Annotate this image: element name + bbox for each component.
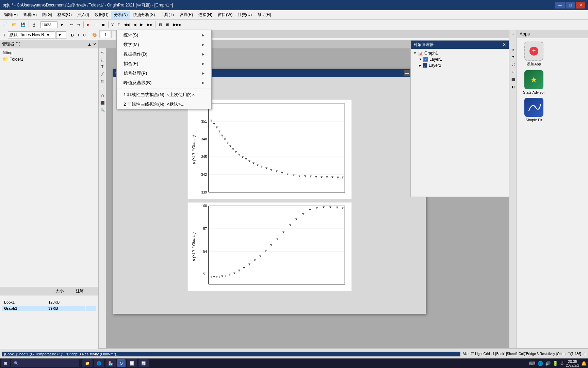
menu-data[interactable]: 数据(D) — [92, 11, 111, 19]
table-row-graph1[interactable]: Graph1 39KB — [2, 306, 96, 311]
upper-chart: ρ (×10⁻⁵ Ohm·m) 354 351 348 345 342 — [188, 100, 351, 199]
nav-next2[interactable]: ▶▶ — [145, 21, 154, 29]
minimize-button[interactable]: — — [555, 2, 565, 9]
taskbar-excel[interactable]: 📊 — [127, 359, 137, 367]
rt-btn-4[interactable]: ▼ — [510, 53, 517, 60]
zoom-input[interactable] — [40, 21, 58, 28]
circle-tool[interactable]: ○ — [99, 85, 106, 92]
stop-button[interactable]: ⏹ — [100, 21, 107, 29]
color-button[interactable]: 🎨 — [91, 31, 99, 39]
menu-stats-item[interactable]: 统计(S) — [117, 30, 211, 40]
menu-format[interactable]: 格式(O) — [55, 11, 74, 19]
layer1-checkbox[interactable]: ✓ — [423, 57, 428, 62]
menu-data-ops-item[interactable]: 数据操作(D) — [117, 49, 211, 59]
select-tool[interactable]: ⬚ — [99, 56, 106, 63]
nav-prev[interactable]: ◀◀ — [122, 21, 131, 29]
recent1-item[interactable]: 1 非线性曲线拟合(N): <上次使用的>... — [117, 90, 211, 99]
menu-view[interactable]: 查看(V) — [20, 11, 39, 19]
rt-btn-2[interactable]: − — [510, 39, 517, 45]
ltick-54: 54 — [203, 250, 207, 254]
run-button[interactable]: ▶ — [85, 21, 91, 29]
font-size-display[interactable]: ▼ — [56, 31, 66, 39]
add-app-item[interactable]: + 添加App — [520, 42, 548, 67]
recent2-item[interactable]: 2 非线性曲线拟合(N): <默认>... — [117, 99, 211, 109]
menu-edit[interactable]: 编辑(E) — [1, 11, 20, 19]
layer-button[interactable]: ⊟ — [157, 21, 164, 29]
merge-button[interactable]: ⊞ — [164, 21, 171, 29]
tray-battery[interactable]: 🔋 — [553, 361, 558, 366]
graph-tab-1[interactable]: 1 — [100, 31, 111, 38]
bold-button[interactable]: B — [69, 31, 76, 39]
open-button[interactable]: 📂 — [10, 21, 18, 29]
menu-math-item[interactable]: 数学(M) — [117, 40, 211, 49]
taskbar-store[interactable]: 🏪 — [105, 359, 116, 367]
rt-btn-1[interactable]: + — [510, 31, 517, 38]
menu-signal-item[interactable]: 信号处理(P) — [117, 68, 211, 78]
line-tool[interactable]: ╱ — [99, 71, 106, 77]
nav-prev2[interactable]: ◀ — [132, 21, 138, 29]
tray-keyboard[interactable]: ⌨ — [529, 361, 536, 366]
save-button[interactable]: 💾 — [19, 21, 27, 29]
underline-button[interactable]: U — [81, 31, 87, 39]
layer2-checkbox[interactable]: ✓ — [423, 63, 427, 68]
arrow-tool[interactable]: ↖ — [99, 49, 106, 56]
maximize-button[interactable]: □ — [566, 2, 575, 9]
menu-settings[interactable]: 设置(R) — [177, 11, 196, 19]
search-button[interactable]: 🔍 — [11, 359, 79, 367]
menu-window[interactable]: 窗口(W) — [215, 11, 235, 19]
italic-button[interactable]: I — [76, 31, 81, 39]
redo-button[interactable]: ↪ — [76, 21, 82, 29]
rt-btn-7[interactable]: ⬛ — [510, 76, 517, 83]
tray-notifications[interactable]: 🔔 — [581, 361, 587, 366]
rect-tool[interactable]: □ — [99, 78, 106, 85]
menu-connect[interactable]: 连接(N) — [196, 11, 215, 19]
rt-btn-3[interactable]: ▲ — [510, 46, 517, 53]
polygon-tool[interactable]: ⬡ — [99, 92, 106, 99]
undo-button[interactable]: ↩ — [68, 21, 75, 29]
menu-fitting-item[interactable]: 拟合(E) — [117, 59, 211, 68]
taskbar-file-explorer[interactable]: 📁 — [82, 359, 93, 367]
tray-sound[interactable]: 🔊 — [545, 361, 551, 366]
menu-tools[interactable]: 工具(T) — [158, 11, 176, 19]
taskbar-edge[interactable]: 🌐 — [94, 359, 104, 367]
menu-quickanalysis[interactable]: 快捷分析(S) — [130, 11, 158, 19]
print-button[interactable]: 🖨 — [30, 21, 37, 29]
z-button[interactable]: Z — [116, 21, 121, 29]
tray-lang[interactable]: 英 — [560, 361, 564, 366]
menu-peaks-item[interactable]: 峰值及基线(B) — [117, 78, 211, 88]
graph1-size: 39KB — [46, 306, 85, 311]
pause-button[interactable]: ⏸ — [92, 21, 99, 29]
graph1-item[interactable]: ▼ 📊 Graph1 — [412, 50, 507, 56]
layer2-item[interactable]: ▶ ✓ Layer2 — [412, 62, 507, 68]
text-tool[interactable]: T — [1, 31, 7, 39]
layer1-item[interactable]: ▼ ✓ Layer1 — [412, 56, 507, 62]
new-button[interactable]: 📄 — [1, 21, 10, 29]
add-app-icon: + — [524, 42, 543, 61]
close-button[interactable]: ✕ — [576, 2, 585, 9]
zoom-in-tool[interactable]: 🔍 — [99, 106, 106, 113]
folder1-item[interactable]: 📁 Folder1 — [1, 56, 97, 62]
menu-community[interactable]: 社交(U) — [235, 11, 255, 19]
taskbar-refresh[interactable]: 🔄 — [138, 359, 149, 367]
more-nav[interactable]: ▶▶▶ — [172, 21, 183, 29]
region-tool[interactable]: ⬛ — [99, 99, 106, 106]
stats-advisor-item[interactable]: ★ Stats Advisor — [520, 70, 548, 94]
menu-graph[interactable]: 图(G) — [39, 11, 55, 19]
graph-minimize[interactable]: — — [404, 70, 410, 76]
table-row-book1[interactable]: Book1 123KB — [2, 300, 96, 305]
zoom-dropdown[interactable]: ▼ — [58, 21, 65, 29]
menu-help[interactable]: 帮助(H) — [255, 11, 274, 19]
rt-btn-5[interactable]: ⛶ — [510, 61, 517, 68]
menu-analysis[interactable]: 分析(N) — [111, 11, 131, 19]
nav-next[interactable]: ▶ — [138, 21, 145, 29]
rt-btn-6[interactable]: ⊞ — [510, 68, 517, 75]
font-name-display[interactable]: 默认: Times New R. ▼ — [8, 31, 55, 39]
tray-network[interactable]: 🌐 — [538, 361, 543, 366]
rt-btn-8[interactable]: ◧ — [510, 83, 517, 90]
start-button[interactable]: ⊞ — [1, 359, 10, 367]
text-insert[interactable]: T — [99, 63, 106, 70]
simple-fit-item[interactable]: Simple Fit — [520, 98, 548, 122]
taskbar-origin[interactable]: O — [117, 359, 126, 367]
menu-insert[interactable]: 插入(I) — [75, 11, 92, 19]
ytick-345: 345 — [201, 155, 207, 159]
